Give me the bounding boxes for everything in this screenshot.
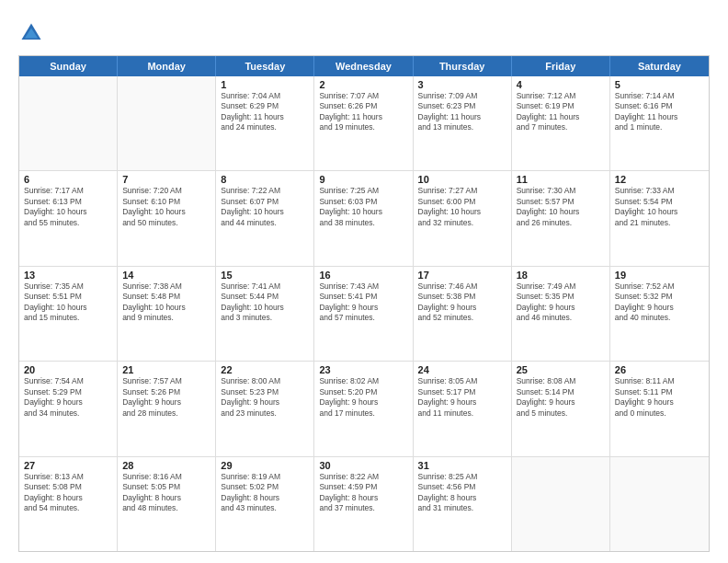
calendar-row: 6Sunrise: 7:17 AM Sunset: 6:13 PM Daylig… (19, 171, 709, 266)
calendar: SundayMondayTuesdayWednesdayThursdayFrid… (18, 55, 710, 552)
day-number: 23 (319, 364, 407, 375)
day-detail: Sunrise: 7:43 AM Sunset: 5:41 PM Dayligh… (319, 282, 407, 324)
day-number: 29 (221, 460, 309, 471)
calendar-cell: 24Sunrise: 8:05 AM Sunset: 5:17 PM Dayli… (414, 362, 512, 455)
calendar-cell: 6Sunrise: 7:17 AM Sunset: 6:13 PM Daylig… (19, 171, 118, 265)
day-detail: Sunrise: 7:27 AM Sunset: 6:00 PM Dayligh… (418, 186, 506, 228)
day-number: 4 (517, 79, 605, 90)
day-number: 27 (24, 460, 112, 471)
day-detail: Sunrise: 7:49 AM Sunset: 5:35 PM Dayligh… (517, 282, 605, 324)
day-detail: Sunrise: 7:14 AM Sunset: 6:16 PM Dayligh… (615, 91, 704, 133)
calendar-cell: 17Sunrise: 7:46 AM Sunset: 5:38 PM Dayli… (414, 267, 512, 361)
day-number: 7 (122, 174, 210, 185)
calendar-header: SundayMondayTuesdayWednesdayThursdayFrid… (19, 56, 709, 76)
day-detail: Sunrise: 8:05 AM Sunset: 5:17 PM Dayligh… (418, 376, 506, 419)
calendar-cell: 3Sunrise: 7:09 AM Sunset: 6:23 PM Daylig… (414, 76, 512, 170)
calendar-cell: 22Sunrise: 8:00 AM Sunset: 5:23 PM Dayli… (216, 362, 314, 455)
day-detail: Sunrise: 7:09 AM Sunset: 6:23 PM Dayligh… (418, 91, 506, 133)
calendar-body: 1Sunrise: 7:04 AM Sunset: 6:29 PM Daylig… (19, 76, 709, 551)
calendar-cell: 23Sunrise: 8:02 AM Sunset: 5:20 PM Dayli… (314, 362, 413, 455)
day-detail: Sunrise: 8:00 AM Sunset: 5:23 PM Dayligh… (221, 376, 309, 419)
calendar-cell: 9Sunrise: 7:25 AM Sunset: 6:03 PM Daylig… (314, 171, 413, 265)
cal-header-day: Sunday (19, 56, 118, 76)
day-detail: Sunrise: 7:33 AM Sunset: 5:54 PM Dayligh… (615, 186, 704, 228)
calendar-cell: 31Sunrise: 8:25 AM Sunset: 4:56 PM Dayli… (414, 457, 512, 551)
logo-icon (18, 20, 44, 46)
calendar-cell: 11Sunrise: 7:30 AM Sunset: 5:57 PM Dayli… (512, 171, 610, 265)
day-detail: Sunrise: 8:13 AM Sunset: 5:08 PM Dayligh… (24, 472, 112, 514)
cal-header-day: Wednesday (314, 56, 413, 76)
calendar-cell (19, 76, 118, 170)
day-detail: Sunrise: 7:12 AM Sunset: 6:19 PM Dayligh… (517, 91, 605, 133)
calendar-cell: 7Sunrise: 7:20 AM Sunset: 6:10 PM Daylig… (118, 171, 216, 265)
day-detail: Sunrise: 7:25 AM Sunset: 6:03 PM Dayligh… (319, 186, 407, 228)
day-number: 1 (221, 79, 309, 90)
day-number: 15 (221, 270, 309, 281)
day-number: 8 (221, 174, 309, 185)
day-number: 3 (418, 79, 506, 90)
day-number: 9 (319, 174, 407, 185)
calendar-cell: 13Sunrise: 7:35 AM Sunset: 5:51 PM Dayli… (19, 267, 118, 361)
day-detail: Sunrise: 7:22 AM Sunset: 6:07 PM Dayligh… (221, 186, 309, 228)
day-detail: Sunrise: 7:20 AM Sunset: 6:10 PM Dayligh… (122, 186, 210, 228)
day-detail: Sunrise: 8:22 AM Sunset: 4:59 PM Dayligh… (319, 472, 407, 514)
day-number: 18 (517, 270, 605, 281)
day-detail: Sunrise: 7:17 AM Sunset: 6:13 PM Dayligh… (24, 186, 112, 228)
day-detail: Sunrise: 7:54 AM Sunset: 5:29 PM Dayligh… (24, 376, 112, 419)
day-number: 28 (122, 460, 210, 471)
calendar-cell: 25Sunrise: 8:08 AM Sunset: 5:14 PM Dayli… (512, 362, 610, 455)
day-number: 12 (615, 174, 704, 185)
calendar-cell: 29Sunrise: 8:19 AM Sunset: 5:02 PM Dayli… (216, 457, 314, 551)
calendar-cell: 19Sunrise: 7:52 AM Sunset: 5:32 PM Dayli… (610, 267, 709, 361)
day-number: 19 (615, 270, 704, 281)
day-number: 10 (418, 174, 506, 185)
calendar-cell: 28Sunrise: 8:16 AM Sunset: 5:05 PM Dayli… (118, 457, 216, 551)
page: SundayMondayTuesdayWednesdayThursdayFrid… (0, 0, 728, 563)
day-number: 13 (24, 270, 112, 281)
calendar-cell: 4Sunrise: 7:12 AM Sunset: 6:19 PM Daylig… (512, 76, 610, 170)
day-detail: Sunrise: 8:02 AM Sunset: 5:20 PM Dayligh… (319, 376, 407, 419)
cal-header-day: Friday (512, 56, 610, 76)
day-detail: Sunrise: 7:04 AM Sunset: 6:29 PM Dayligh… (221, 91, 309, 133)
day-number: 30 (319, 460, 407, 471)
day-number: 25 (517, 364, 605, 375)
day-detail: Sunrise: 8:19 AM Sunset: 5:02 PM Dayligh… (221, 472, 309, 514)
calendar-cell: 21Sunrise: 7:57 AM Sunset: 5:26 PM Dayli… (118, 362, 216, 455)
day-number: 16 (319, 270, 407, 281)
day-number: 24 (418, 364, 506, 375)
header (18, 17, 710, 46)
calendar-cell: 14Sunrise: 7:38 AM Sunset: 5:48 PM Dayli… (118, 267, 216, 361)
day-detail: Sunrise: 8:16 AM Sunset: 5:05 PM Dayligh… (122, 472, 210, 514)
calendar-cell: 1Sunrise: 7:04 AM Sunset: 6:29 PM Daylig… (216, 76, 314, 170)
calendar-cell: 18Sunrise: 7:49 AM Sunset: 5:35 PM Dayli… (512, 267, 610, 361)
calendar-row: 27Sunrise: 8:13 AM Sunset: 5:08 PM Dayli… (19, 457, 709, 551)
day-number: 2 (319, 79, 407, 90)
day-number: 22 (221, 364, 309, 375)
day-detail: Sunrise: 7:30 AM Sunset: 5:57 PM Dayligh… (517, 186, 605, 228)
day-detail: Sunrise: 7:52 AM Sunset: 5:32 PM Dayligh… (615, 282, 704, 324)
calendar-row: 20Sunrise: 7:54 AM Sunset: 5:29 PM Dayli… (19, 362, 709, 456)
calendar-cell (512, 457, 610, 551)
day-detail: Sunrise: 8:08 AM Sunset: 5:14 PM Dayligh… (517, 376, 605, 419)
day-detail: Sunrise: 7:57 AM Sunset: 5:26 PM Dayligh… (122, 376, 210, 419)
day-number: 20 (24, 364, 112, 375)
day-number: 31 (418, 460, 506, 471)
calendar-cell: 12Sunrise: 7:33 AM Sunset: 5:54 PM Dayli… (610, 171, 709, 265)
cal-header-day: Saturday (610, 56, 709, 76)
day-detail: Sunrise: 8:25 AM Sunset: 4:56 PM Dayligh… (418, 472, 506, 514)
cal-header-day: Thursday (414, 56, 512, 76)
day-detail: Sunrise: 7:07 AM Sunset: 6:26 PM Dayligh… (319, 91, 407, 133)
cal-header-day: Tuesday (216, 56, 314, 76)
calendar-cell: 2Sunrise: 7:07 AM Sunset: 6:26 PM Daylig… (314, 76, 413, 170)
calendar-cell: 10Sunrise: 7:27 AM Sunset: 6:00 PM Dayli… (414, 171, 512, 265)
calendar-cell: 16Sunrise: 7:43 AM Sunset: 5:41 PM Dayli… (314, 267, 413, 361)
day-number: 14 (122, 270, 210, 281)
calendar-row: 1Sunrise: 7:04 AM Sunset: 6:29 PM Daylig… (19, 76, 709, 171)
calendar-cell: 30Sunrise: 8:22 AM Sunset: 4:59 PM Dayli… (314, 457, 413, 551)
calendar-cell: 15Sunrise: 7:41 AM Sunset: 5:44 PM Dayli… (216, 267, 314, 361)
day-detail: Sunrise: 8:11 AM Sunset: 5:11 PM Dayligh… (615, 376, 704, 419)
calendar-cell (610, 457, 709, 551)
calendar-cell: 27Sunrise: 8:13 AM Sunset: 5:08 PM Dayli… (19, 457, 118, 551)
day-detail: Sunrise: 7:35 AM Sunset: 5:51 PM Dayligh… (24, 282, 112, 324)
calendar-row: 13Sunrise: 7:35 AM Sunset: 5:51 PM Dayli… (19, 267, 709, 362)
